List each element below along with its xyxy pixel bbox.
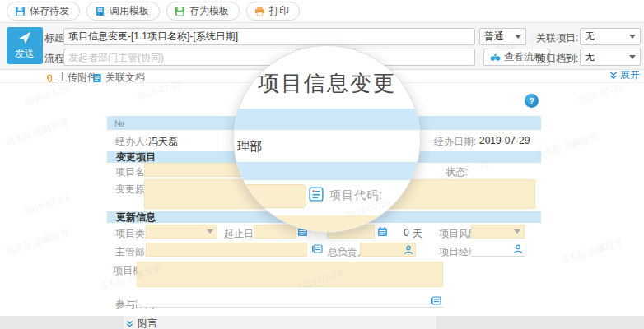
paperclip-icon [45,73,54,83]
save-as-template-label: 存为模板 [189,4,229,18]
toolbar: 保存待发 调用模板 存为模板 打印 [0,0,644,23]
status-label: 状态: [446,165,468,179]
section-change-label: 变更项目 [116,151,156,164]
participate-input[interactable] [137,294,443,308]
printer-icon [254,6,265,16]
watermark: 冯天磊 远瞩投资 [4,116,71,148]
manager-input[interactable] [471,243,525,257]
postscript-label: 附言 [138,317,157,329]
department-picker-icon[interactable] [311,243,323,254]
binoculars-icon [490,53,501,62]
postscript-toggle[interactable]: 附言 [126,317,157,329]
upload-attachment-label: 上传附件 [58,71,97,85]
handler-value: 冯天磊 [148,135,178,149]
watermark: 冯天磊 远瞩投资 [534,130,600,162]
watermark: 冯天磊 远瞩投资 [558,235,625,267]
related-project-select[interactable]: 无 [580,28,641,45]
serial-label: № [114,118,124,128]
caret-down-icon [629,55,636,63]
link-document-link[interactable]: 关联文档 [92,71,145,85]
template-doc-icon [95,6,105,16]
summary-textarea[interactable] [137,262,443,287]
handler-label: 经办人: [115,135,147,149]
title-input[interactable] [63,28,475,45]
caret-down-icon [515,35,521,42]
project-risk-select[interactable] [471,225,525,239]
magnified-form-title: 项目信息变更 [234,69,420,98]
archive-label: 预归档到: [536,52,578,66]
dept-input[interactable] [146,243,307,257]
project-type-select[interactable] [146,225,217,239]
document-icon [92,73,102,83]
related-project-label: 关联项目: [536,31,578,45]
person-picker-icon[interactable] [404,245,413,255]
watermark: 2019-07-29 [23,193,70,217]
magnified-blue-bar [233,109,421,130]
watermark: 冯天磊 远瞩投资 [4,226,71,258]
priority-value: 普通 [484,30,504,44]
magnifier-overlay: 项目信息变更 理部 项目代码: 2019-07-29 2019-07-29 [233,45,421,233]
save-template-icon [175,6,185,16]
watermark: 2019-07-29 [576,82,623,106]
print-label: 打印 [269,4,289,18]
handle-date-label: 经办日期: [434,135,476,149]
double-chevron-down-icon [126,320,133,328]
leader-input[interactable] [360,243,416,257]
paper-plane-icon [16,30,33,45]
section-update-label: 更新信息 [116,211,156,225]
days-unit: 天 [413,227,422,241]
archive-value: 无 [585,50,595,64]
save-disk-icon [15,6,26,16]
magnified-code-label: 项目代码: [329,188,383,203]
caret-down-icon [207,229,213,237]
link-document-label: 关联文档 [105,71,145,85]
priority-select[interactable]: 普通 [479,28,526,45]
start-date-input[interactable] [254,225,296,239]
magnified-blue-bar [233,162,421,180]
save-pending-label: 保存待发 [30,4,69,18]
help-icon[interactable]: ? [525,94,539,108]
archive-select[interactable]: 无 [580,49,641,66]
expand-label: 展开 [620,68,640,82]
send-label: 发送 [15,47,35,61]
caret-down-icon [629,35,636,42]
double-chevron-down-icon [609,72,618,80]
project-change-form-page: 保存待发 调用模板 存为模板 打印 发送 标题: 普通 关联项目: 无 流程: … [0,0,644,329]
related-project-value: 无 [585,30,595,44]
help-glyph: ? [529,96,534,106]
send-button[interactable]: 发送 [7,27,43,64]
save-pending-button[interactable]: 保存待发 [7,2,80,21]
handle-date-value: 2019-07-29 [479,135,530,146]
flow-input[interactable] [63,49,475,66]
department-picker-icon[interactable] [430,295,441,306]
print-button[interactable]: 打印 [246,2,300,21]
postscript-bar-inner [124,316,436,329]
calendar-icon[interactable] [377,226,388,237]
call-template-button[interactable]: 调用模板 [86,2,160,21]
call-template-label: 调用模板 [110,4,149,18]
caret-down-icon [514,229,520,237]
upload-attachment-link[interactable]: 上传附件 [45,71,97,85]
magnified-dept-fragment: 理部 [237,139,262,155]
days-value: 0 [404,227,409,239]
save-as-template-button[interactable]: 存为模板 [166,2,240,21]
person-picker-icon[interactable] [513,244,523,254]
watermark: 2019-07-29 [23,84,70,108]
project-code-icon [309,187,324,202]
expand-toggle[interactable]: 展开 [609,68,640,82]
